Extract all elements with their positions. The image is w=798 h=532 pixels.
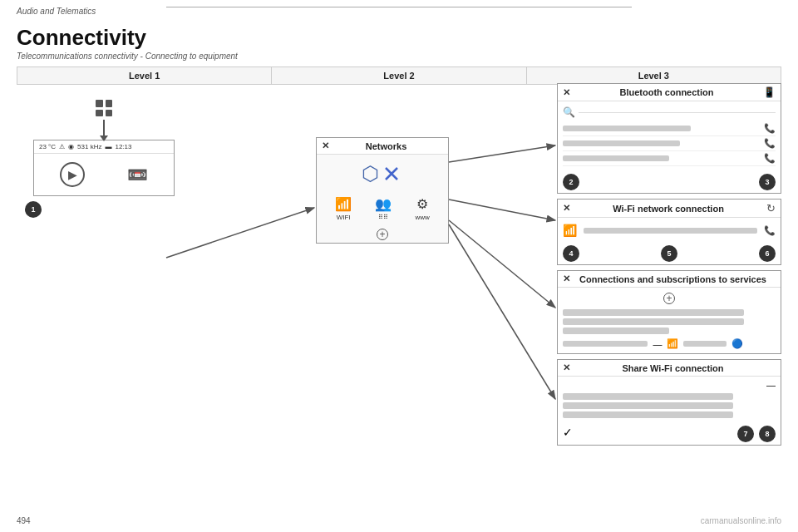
cassette-icon: 📼 [127,165,148,185]
svg-line-2 [449,145,555,162]
share-line-3 [563,411,733,418]
svg-line-3 [449,200,555,220]
badge-6: 6 [759,245,776,262]
search-icon: 🔍 [563,106,575,118]
bluetooth-badge-row: 2 3 [558,171,781,193]
services-panel: ✕ Connections and subscriptions to servi… [557,270,781,354]
www-label: www [416,214,430,221]
www-icon: ⚙ [416,196,428,212]
people-icon: 👥 [375,196,392,212]
services-plus: + [563,290,776,307]
service-bar-left [563,341,648,347]
badge-7: 7 [737,426,754,442]
bluetooth-content: 🔍 📞 📞 📞 [558,101,781,171]
badge-1: 1 [25,201,42,218]
service-line-1 [563,309,744,316]
level1-header: Level 1 [17,67,272,84]
frequency: 531 kHz [77,143,101,150]
bluetooth-big-icon: ⬡ [362,162,379,185]
services-dash: — [653,339,662,349]
bluetooth-panel-title: Bluetooth connection [570,87,763,97]
level3-header: Level 3 [527,67,781,84]
header-line [166,7,632,7]
bluetooth-panel: ✕ Bluetooth connection 📱 🔍 📞 📞 [557,83,781,194]
badge1-container: 1 [25,201,183,218]
bluetooth-icon-area: ⬡ [317,155,448,193]
networks-panel: ✕ Networks ⬡ 📶 WIFI 👥 ⠿⠿ ⚙ www + [316,137,449,244]
share-wifi-header: ✕ Share Wi-Fi connection [558,360,781,377]
page-title: Connectivity [17,25,146,51]
wifi-icon-item[interactable]: 📶 WIFI [335,196,352,221]
share-line-1 [563,393,733,400]
share-wifi-panel: ✕ Share Wi-Fi connection — ✓ 7 8 [557,359,781,446]
bluetooth-entries: 📞 📞 📞 [563,120,776,168]
warning-icon: ⚠ [59,143,65,150]
www-icon-item[interactable]: ⚙ www [416,196,430,221]
services-plus-icon: + [663,293,675,304]
share-wifi-close[interactable]: ✕ [563,362,570,373]
wifi-phone-icon: 📞 [764,225,776,236]
chapter-header: Audio and Telematics [17,7,96,16]
level1-area: 23 °C ⚠ ◉ 531 kHz ▬ 12:13 ▶ 📼 1 [25,100,183,218]
wifi-badge-row: 4 5 6 [558,243,781,264]
media-icon: ▬ [105,143,111,150]
services-panel-title: Connections and subscriptions to service… [570,274,776,284]
bt-phone-icon-1: 📞 [764,123,776,134]
screen-main-area: ▶ 📼 [34,154,174,195]
share-wifi-badge-row: ✓ 7 8 [558,423,781,445]
people-label: ⠿⠿ [378,214,388,221]
svg-line-4 [449,220,555,308]
wifi-signal-icon: 📶 [563,224,577,237]
share-wifi-content: — [558,377,781,423]
wifi-panel-header: ✕ Wi-Fi network connection ↻ [558,200,781,218]
services-icons-row: — 📶 🔵 [563,337,776,351]
bt-entry-1: 📞 [563,121,776,136]
bt-phone-icon-2: 📞 [764,138,776,149]
services-panel-header: ✕ Connections and subscriptions to servi… [558,271,781,288]
watermark: carmanualsonline.info [701,516,781,525]
page-number: 494 [17,516,31,525]
temperature: 23 °C [39,143,56,150]
share-wifi-title: Share Wi-Fi connection [570,363,776,373]
share-dash: — [766,380,776,390]
services-wifi-icon: 📶 [667,338,678,349]
bluetooth-search-row: 🔍 [563,105,776,120]
levels-bar: Level 1 Level 2 Level 3 [17,66,781,85]
networks-close[interactable]: ✕ [322,140,329,151]
services-content: + — 📶 🔵 [558,288,781,353]
bluetooth-phone-icon: 📱 [763,86,776,98]
screen-device: 23 °C ⚠ ◉ 531 kHz ▬ 12:13 ▶ 📼 [33,140,175,196]
wifi-panel: ✕ Wi-Fi network connection ↻ 📶 📞 4 5 6 [557,199,781,265]
svg-line-5 [449,224,555,399]
wifi-label: WIFI [337,214,351,221]
bt-phone-icon-3: 📞 [764,153,776,164]
service-line-3 [563,328,669,334]
arrow-down [103,120,105,136]
networks-icons-row: 📶 WIFI 👥 ⠿⠿ ⚙ www [317,193,448,226]
bluetooth-symbol [379,161,404,186]
bt-entry-2: 📞 [563,136,776,151]
wifi-refresh-icon[interactable]: ↻ [766,202,776,214]
play-button[interactable]: ▶ [60,162,85,187]
grid-icon [96,100,112,116]
share-wifi-check: ✓ [563,426,573,442]
page-subtitle: Telecommunications connectivity - Connec… [17,52,238,61]
bt-entry-3: 📞 [563,151,776,166]
level3-panels: ✕ Bluetooth connection 📱 🔍 📞 📞 [557,83,781,446]
badge-2: 2 [563,174,579,190]
level2-header: Level 2 [272,67,526,84]
services-close[interactable]: ✕ [563,273,570,284]
time: 12:13 [115,143,131,150]
people-icon-item[interactable]: 👥 ⠿⠿ [375,196,392,221]
bluetooth-close[interactable]: ✕ [563,87,570,98]
bluetooth-panel-header: ✕ Bluetooth connection 📱 [558,84,781,101]
badge-8: 8 [759,426,776,442]
networks-title: Networks [329,141,443,151]
share-dash-row: — [563,379,776,391]
wifi-close[interactable]: ✕ [563,203,570,214]
networks-add-btn[interactable]: + [317,226,448,243]
networks-header: ✕ Networks [317,138,448,155]
service-line-2 [563,318,744,325]
badge-3: 3 [759,174,776,190]
wifi-status-row: 📶 📞 [563,221,776,239]
